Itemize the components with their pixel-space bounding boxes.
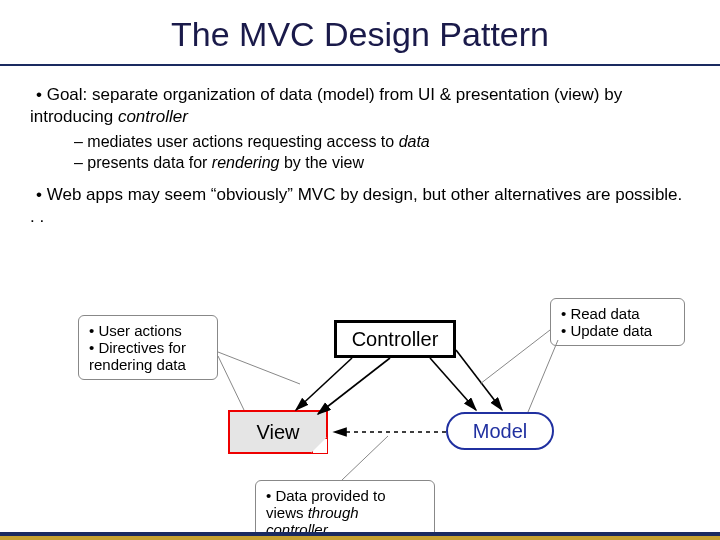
callout-data-provided: • Data provided to views through control…	[255, 480, 435, 540]
bullet-web: Web apps may seem “obviously” MVC by des…	[30, 184, 690, 228]
svg-line-2	[430, 358, 476, 410]
bullet-goal: Goal: separate organization of data (mod…	[30, 84, 690, 128]
svg-line-8	[528, 340, 558, 412]
bullet-content: Goal: separate organization of data (mod…	[0, 66, 720, 242]
callout-read-update: • Read data • Update data	[550, 298, 685, 346]
subbullet-presents: presents data for rendering by the view	[74, 153, 690, 174]
svg-line-0	[296, 358, 352, 410]
svg-line-6	[218, 356, 244, 410]
node-view: View	[228, 410, 328, 454]
svg-line-3	[456, 350, 502, 410]
callout-user-actions: • User actions • Directives for renderin…	[78, 315, 218, 380]
subbullet-mediates: mediates user actions requesting access …	[74, 132, 690, 153]
node-model: Model	[446, 412, 554, 450]
svg-line-9	[342, 436, 388, 480]
node-controller: Controller	[334, 320, 456, 358]
svg-line-7	[480, 330, 550, 384]
footer-accent	[0, 536, 720, 540]
svg-line-5	[218, 352, 300, 384]
svg-line-1	[318, 358, 390, 414]
slide-title: The MVC Design Pattern	[0, 0, 720, 64]
